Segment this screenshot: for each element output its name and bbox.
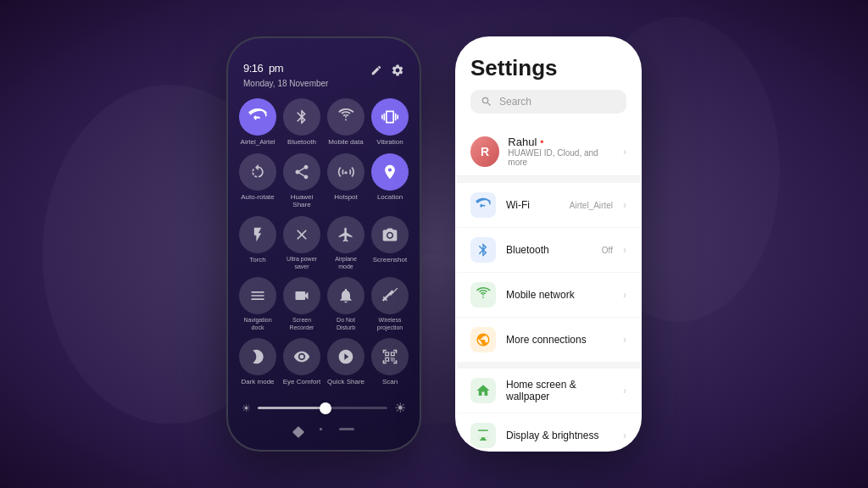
nav-dock-label: Navigationdock [243,317,271,331]
nav-back[interactable] [292,426,303,438]
autorotate-label: Auto-rotate [241,193,275,202]
dark-mode-icon [239,338,276,375]
qs-vibration[interactable]: Vibration [370,98,409,148]
settings-title: Settings [470,55,626,81]
mobile-network-row-chevron: › [623,289,626,301]
mobile-network-row-text: Mobile network [506,289,613,301]
qs-nav-dock[interactable]: Navigationdock [238,277,277,333]
bluetooth-row-chevron: › [623,244,626,256]
dark-mode-label: Dark mode [241,378,274,386]
brightness-thumb[interactable] [320,402,331,414]
scan-icon [371,338,409,375]
wifi-row-label: Wi-Fi [506,199,559,211]
qs-quick-share[interactable]: Quick Share [326,338,365,388]
settings-row-mobile-network[interactable]: Mobile network › [457,273,640,318]
qs-location[interactable]: Location [370,153,409,211]
display-row-chevron: › [623,430,626,441]
settings-row-wifi[interactable]: Wi-Fi Airtel_Airtel › [457,183,640,228]
qs-power-saver[interactable]: Ultra powersaver [282,216,321,272]
bluetooth-settings-icon [470,237,496,263]
edit-icon [370,64,382,76]
more-connections-row-label: More connections [506,334,613,346]
wifi-row-text: Wi-Fi [506,199,559,211]
settings-screen: Settings Search R Rahul HUAWEI ID, Cloud… [457,38,640,450]
profile-chevron: › [623,146,626,158]
display-settings-icon [470,423,496,448]
power-saver-label: Ultra powersaver [287,256,317,270]
qs-hotspot[interactable]: Hotspot [326,153,365,211]
more-connections-settings-icon [470,327,496,352]
wifi-row-chevron: › [623,199,626,211]
wifi-icon [239,98,276,136]
qs-airplane[interactable]: Airplanemode [326,216,365,272]
quick-share-icon [327,338,364,375]
qs-torch[interactable]: Torch [238,216,277,272]
huawei-share-icon [283,153,320,191]
more-connections-row-chevron: › [623,334,626,346]
screen-recorder-icon [283,277,320,314]
home-screen-row-label: Home screen & wallpaper [506,379,613,402]
search-bar[interactable]: Search [470,90,626,114]
mobile-network-settings-icon [470,282,496,308]
vibration-label: Vibration [376,138,403,147]
settings-row-display[interactable]: Display & brightness › [457,413,640,450]
profile-row[interactable]: R Rahul HUAWEI ID, Cloud, and more › [457,127,640,176]
qs-screen-recorder[interactable]: ScreenRecorder [282,277,321,333]
qs-autorotate[interactable]: Auto-rotate [238,153,277,211]
bluetooth-row-text: Bluetooth [506,244,592,256]
bluetooth-label: Bluetooth [287,138,316,147]
settings-icon[interactable] [391,64,404,77]
qs-wifi[interactable]: Airtel_Airtel [238,98,277,148]
nav-dock-icon [239,277,276,314]
qs-mobile-data[interactable]: Mobile data [326,98,365,148]
profile-name: Rahul [508,136,615,148]
nav-bar [228,421,420,450]
torch-label: Torch [249,256,266,264]
avatar: R [470,136,499,167]
qs-screenshot[interactable]: Screenshot [370,216,409,272]
brightness-low-icon: ☀ [242,402,251,414]
hotspot-icon [327,153,364,191]
time-value: 9:16 [243,62,263,75]
settings-row-home-screen[interactable]: Home screen & wallpaper › [457,369,640,413]
vibration-icon [371,98,409,136]
bluetooth-icon [283,98,320,136]
settings-section-connectivity: Wi-Fi Airtel_Airtel › Bluetooth Off › [457,183,640,362]
qs-dark-mode[interactable]: Dark mode [238,338,277,388]
settings-row-bluetooth[interactable]: Bluetooth Off › [457,228,640,273]
torch-icon [239,216,276,253]
date-display: Monday, 18 November [243,79,328,88]
scan-label: Scan [382,378,398,386]
mobile-data-label: Mobile data [328,138,363,147]
brightness-control[interactable]: ☀ ☀ [228,395,420,421]
nav-forward[interactable] [339,428,354,430]
search-placeholder: Search [499,96,531,108]
qs-eye-comfort[interactable]: Eye Comfort [282,338,321,388]
home-screen-settings-icon [470,378,496,403]
qs-wireless-proj[interactable]: Wirelessprojection [370,277,409,333]
display-row-text: Display & brightness [506,430,613,441]
quick-settings-grid: Airtel_Airtel Bluetooth Mobile data Vibr… [228,92,420,395]
qs-scan[interactable]: Scan [370,338,409,388]
wireless-proj-icon [371,277,409,314]
brightness-track[interactable] [258,407,387,409]
dnd-icon [327,277,364,314]
wifi-label: Airtel_Airtel [241,138,275,147]
wifi-settings-icon [470,192,496,218]
status-icons [370,64,404,77]
qs-huawei-share[interactable]: Huawei Share [282,153,321,211]
brightness-high-icon: ☀ [394,400,406,416]
autorotate-icon [239,153,276,191]
qs-dnd[interactable]: Do NotDisturb [326,277,365,333]
right-phone: Settings Search R Rahul HUAWEI ID, Cloud… [455,36,642,452]
eye-comfort-label: Eye Comfort [283,378,320,386]
settings-header: Settings Search [457,38,640,127]
nav-home-dot [320,428,322,430]
airplane-label: Airplanemode [335,256,357,270]
home-screen-row-chevron: › [623,385,626,396]
power-saver-icon [283,216,320,253]
screen-recorder-label: ScreenRecorder [290,317,314,331]
settings-row-more-connections[interactable]: More connections › [457,318,640,362]
profile-info: Rahul HUAWEI ID, Cloud, and more [508,136,615,167]
qs-bluetooth[interactable]: Bluetooth [282,98,321,148]
